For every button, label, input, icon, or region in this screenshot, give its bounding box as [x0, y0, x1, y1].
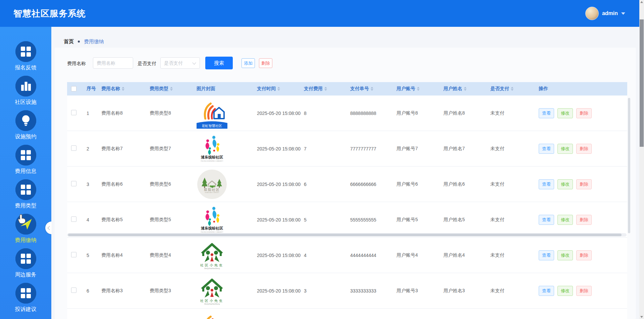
sort-carets-icon[interactable]	[122, 87, 124, 91]
page-scrollbar-thumb[interactable]	[640, 19, 644, 147]
column-header-actions: 操作	[535, 86, 627, 92]
view-button[interactable]: 查看	[539, 108, 554, 118]
column-header-account: 用户账号	[393, 86, 440, 92]
row-checkbox[interactable]	[71, 181, 76, 186]
cell-paid: 未支付	[487, 146, 535, 152]
row-actions: 查看修改删除	[539, 215, 627, 225]
sidebar-item-label: 周边服务	[0, 271, 51, 278]
svg-text:浦东缤纷社区: 浦东缤纷社区	[201, 226, 223, 231]
add-button[interactable]: 添加	[241, 58, 255, 68]
row-delete-button[interactable]: 删除	[576, 286, 592, 296]
row-checkbox[interactable]	[71, 110, 76, 115]
column-header-label: 费用名称	[101, 86, 120, 92]
sidebar-item-nearby-service[interactable]: 周边服务	[0, 248, 51, 278]
sort-carets-icon[interactable]	[464, 87, 467, 91]
cell-actions: 查看修改删除	[535, 286, 627, 296]
sidebar-item-facility-booking[interactable]: 设施预约	[0, 110, 51, 140]
view-button[interactable]: 查看	[539, 250, 554, 260]
pudong-community-logo: 浦东缤纷社区PUDONG DIVERSIFIED COMMUNITY	[197, 204, 227, 235]
svg-text:SheQuXiaoXianSheng: SheQuXiaoXianSheng	[204, 303, 220, 305]
fee-name-label: 费用名称	[67, 57, 86, 70]
sidebar-item-community-facility[interactable]: 社区设施	[0, 76, 51, 106]
table-row: 6费用名称3费用类型3社区小先生SheQuXiaoXianSheng2025-0…	[67, 273, 627, 309]
fee-table: 序号费用名称费用类型图片封面支付时间支付费用支付单号用户账号用户姓名是否支付操作…	[67, 82, 627, 319]
column-header-label: 是否支付	[490, 86, 509, 92]
sidebar-item-fee-type[interactable]: 费用类型	[0, 179, 51, 209]
row-actions: 查看修改删除	[539, 286, 627, 296]
cell-payNo: 5555555555	[347, 217, 393, 222]
row-delete-button[interactable]: 删除	[576, 215, 592, 225]
cover-image: 彩虹智慧社区	[197, 311, 227, 319]
search-button[interactable]: 搜索	[205, 57, 233, 69]
scroll-down-arrow-icon[interactable]	[640, 316, 643, 318]
sidebar-item-complaint-suggestion[interactable]: 投诉建议	[0, 283, 51, 313]
row-delete-button[interactable]: 删除	[576, 179, 592, 189]
table-horizontal-scrollbar[interactable]	[67, 233, 627, 237]
svg-text:社区小先生: 社区小先生	[200, 299, 224, 303]
sort-carets-icon[interactable]	[324, 87, 327, 91]
fee-name-input[interactable]	[93, 57, 133, 69]
column-header-label: 支付费用	[304, 86, 323, 92]
sidebar-item-label: 报名反馈	[0, 64, 51, 71]
table-row: 5费用名称4费用类型4社区小先生SheQuXiaoXianSheng2025-0…	[67, 238, 627, 273]
table-horizontal-scrollbar-thumb[interactable]	[68, 234, 622, 236]
cell-index: 1	[83, 111, 98, 116]
sidebar-item-signup-feedback[interactable]: 报名反馈	[0, 41, 51, 71]
column-header-label: 操作	[539, 86, 548, 92]
row-checkbox[interactable]	[71, 288, 76, 293]
view-button[interactable]: 查看	[539, 215, 554, 225]
row-checkbox[interactable]	[71, 145, 76, 151]
edit-button[interactable]: 修改	[557, 286, 573, 296]
edit-button[interactable]: 修改	[557, 215, 573, 225]
scroll-up-arrow-icon[interactable]	[640, 1, 643, 3]
row-checkbox[interactable]	[71, 216, 76, 222]
table-row: 彩虹智慧社区	[67, 309, 627, 319]
row-delete-button[interactable]: 删除	[576, 108, 592, 118]
column-header-payNo: 支付单号	[347, 86, 393, 92]
cell-payNo: 3333333333	[347, 288, 393, 294]
view-button[interactable]: 查看	[539, 286, 554, 296]
edit-button[interactable]: 修改	[557, 179, 573, 189]
xiansheng-community-logo: 社区小先生SheQuXiaoXianSheng	[197, 275, 227, 306]
sidebar-item-fee-info[interactable]: 费用信息	[0, 145, 51, 175]
table-body: 1费用名称8费用类型8彩虹智慧社区2025-05-20 15:08:008888…	[67, 95, 627, 319]
breadcrumb-home-link[interactable]: 首页	[64, 39, 74, 45]
edit-button[interactable]: 修改	[557, 144, 573, 154]
sidebar-item-label: 费用类型	[0, 202, 51, 209]
user-menu[interactable]: admin	[585, 0, 625, 27]
cell-account: 用户账号4	[393, 252, 440, 258]
cell-name: 费用名称4	[98, 252, 146, 258]
view-button[interactable]: 查看	[539, 179, 554, 189]
column-header-checkbox	[67, 86, 83, 91]
table-row: 1费用名称8费用类型8彩虹智慧社区2025-05-20 15:08:008888…	[67, 95, 627, 131]
avatar[interactable]	[585, 7, 599, 20]
page-scrollbar[interactable]	[639, 0, 644, 319]
cell-type: 费用类型5	[146, 217, 193, 223]
sort-carets-icon[interactable]	[371, 87, 373, 91]
select-all-checkbox[interactable]	[71, 86, 76, 91]
cell-type: 费用类型7	[146, 146, 193, 152]
breadcrumb-current-link[interactable]: 费用缴纳	[84, 39, 104, 45]
delete-button[interactable]: 删除	[259, 58, 272, 68]
view-button[interactable]: 查看	[539, 144, 554, 154]
edit-button[interactable]: 修改	[557, 250, 573, 260]
row-delete-button[interactable]: 删除	[576, 250, 592, 260]
table-vertical-scrollbar-thumb[interactable]	[628, 98, 630, 233]
cell-payFee: 5	[301, 217, 347, 222]
cell-index: 4	[83, 217, 98, 222]
column-header-type: 费用类型	[146, 86, 193, 92]
cell-username: 用户姓名4	[440, 252, 487, 258]
row-checkbox[interactable]	[71, 252, 76, 257]
sort-carets-icon[interactable]	[277, 87, 280, 91]
bar-chart-icon	[15, 76, 36, 97]
sort-carets-icon[interactable]	[170, 87, 173, 91]
pay-status-select[interactable]: 是否支付	[160, 57, 200, 69]
cell-payNo: 7777777777	[347, 146, 393, 151]
user-name: admin	[602, 10, 618, 16]
cell-account: 用户账号3	[393, 288, 440, 294]
cell-checkbox	[67, 252, 83, 258]
sort-carets-icon[interactable]	[511, 87, 514, 91]
sort-carets-icon[interactable]	[417, 87, 420, 91]
row-delete-button[interactable]: 删除	[576, 144, 592, 154]
edit-button[interactable]: 修改	[557, 108, 573, 118]
